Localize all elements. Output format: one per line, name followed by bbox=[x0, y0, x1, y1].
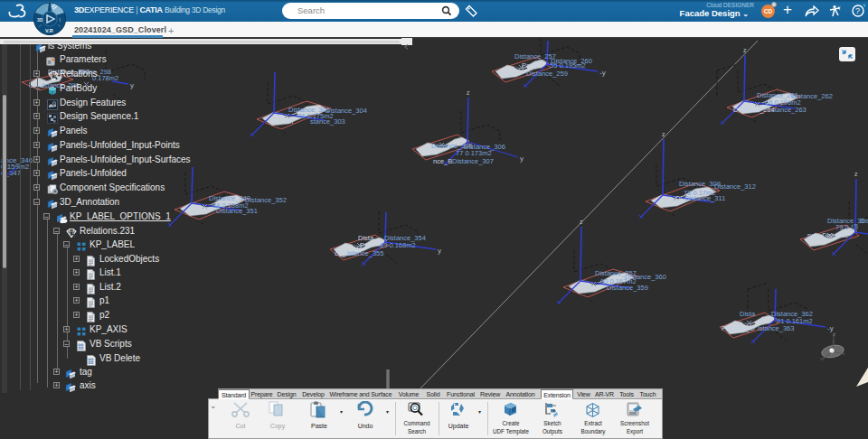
svg-text:Distance_352: Distance_352 bbox=[245, 196, 287, 204]
svg-text:z: z bbox=[833, 332, 835, 337]
svg-text:Distance_264: Distance_264 bbox=[733, 106, 775, 114]
svg-text:y: y bbox=[438, 247, 441, 255]
svg-text:y: y bbox=[130, 81, 134, 89]
svg-text:Distance_312: Distance_312 bbox=[714, 182, 756, 191]
svg-text:nce_B: nce_B bbox=[433, 157, 452, 165]
svg-text:3D: 3D bbox=[37, 17, 43, 23]
svg-text:Pa: Pa bbox=[360, 241, 369, 249]
svg-text:e_347: e_347 bbox=[1, 169, 22, 177]
svg-text:55 0.195m2: 55 0.195m2 bbox=[550, 61, 586, 70]
svg-text:stance_263: stance_263 bbox=[771, 106, 807, 114]
svg-text:Distance_257: Distance_257 bbox=[514, 52, 556, 61]
svg-text:79 0.19: 79 0.19 bbox=[835, 223, 858, 231]
svg-text:istance_363: istance_363 bbox=[758, 324, 794, 332]
svg-text:nce_Distance: nce_Distance bbox=[807, 231, 848, 239]
svg-text:z: z bbox=[743, 47, 747, 53]
svg-text:?: ? bbox=[855, 6, 860, 15]
svg-text:Dist: Dist bbox=[860, 217, 868, 225]
svg-text:y: y bbox=[520, 154, 524, 163]
svg-text:Pstance_D: Pstance_D bbox=[722, 324, 755, 332]
svg-text:Distance_351: Distance_351 bbox=[216, 207, 258, 215]
svg-text:Dista: Dista bbox=[740, 310, 756, 318]
svg-text:istance_299: istance_299 bbox=[42, 81, 79, 89]
svg-text:Distance_359: Distance_359 bbox=[607, 284, 648, 292]
svg-text:-y: -y bbox=[599, 69, 606, 77]
svg-text:z: z bbox=[662, 131, 665, 137]
svg-text:Pa: Pa bbox=[522, 61, 531, 70]
svg-text:I: I bbox=[60, 17, 61, 23]
svg-text:Di: Di bbox=[287, 117, 293, 126]
svg-text:89 0.168m2: 89 0.168m2 bbox=[380, 241, 416, 249]
svg-text:77 0.173m2: 77 0.173m2 bbox=[456, 149, 492, 157]
svg-text:istance_355: istance_355 bbox=[347, 249, 383, 257]
svg-text:z: z bbox=[467, 89, 470, 96]
svg-text:z: z bbox=[854, 171, 858, 177]
svg-text:Distance_311: Distance_311 bbox=[684, 194, 725, 202]
svg-text:0.178m2: 0.178m2 bbox=[92, 74, 118, 82]
svg-text:z: z bbox=[580, 219, 583, 225]
svg-text:V.R: V.R bbox=[45, 28, 53, 33]
svg-text:Di: Di bbox=[675, 194, 682, 202]
svg-text:stance_303: stance_303 bbox=[310, 117, 345, 126]
svg-text:Distance_259: Distance_259 bbox=[526, 70, 568, 78]
svg-text:Distance_307: Distance_307 bbox=[452, 157, 494, 165]
